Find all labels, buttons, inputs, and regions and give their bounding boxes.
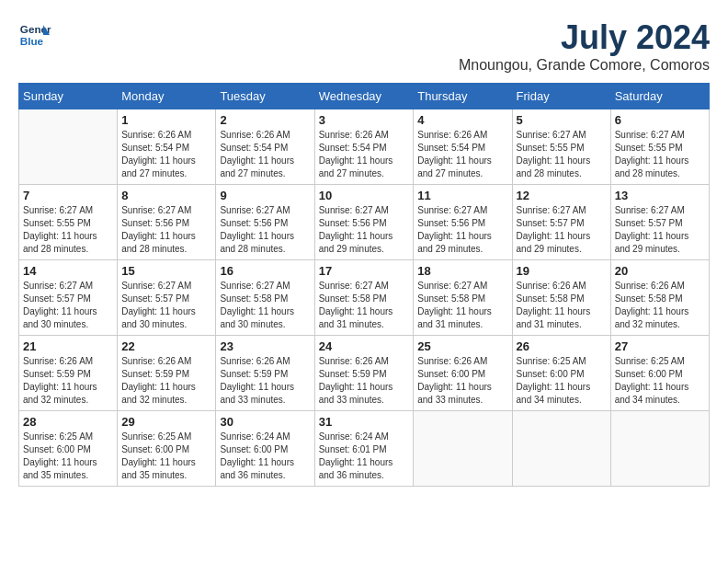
day-info: Sunrise: 6:27 AM Sunset: 5:56 PM Dayligh… xyxy=(121,204,211,256)
day-number: 25 xyxy=(417,339,507,353)
calendar-day-cell: 8Sunrise: 6:27 AM Sunset: 5:56 PM Daylig… xyxy=(118,185,216,260)
weekday-header-row: SundayMondayTuesdayWednesdayThursdayFrid… xyxy=(19,84,710,109)
calendar-day-cell: 3Sunrise: 6:26 AM Sunset: 5:54 PM Daylig… xyxy=(314,109,414,185)
day-info: Sunrise: 6:27 AM Sunset: 5:56 PM Dayligh… xyxy=(417,204,507,256)
logo: General Blue xyxy=(18,18,51,52)
calendar-day-cell: 14Sunrise: 6:27 AM Sunset: 5:57 PM Dayli… xyxy=(19,260,118,336)
calendar-day-cell: 1Sunrise: 6:26 AM Sunset: 5:54 PM Daylig… xyxy=(118,109,216,185)
day-info: Sunrise: 6:27 AM Sunset: 5:57 PM Dayligh… xyxy=(23,280,113,331)
day-info: Sunrise: 6:24 AM Sunset: 6:00 PM Dayligh… xyxy=(220,431,310,482)
day-number: 7 xyxy=(23,189,113,202)
day-info: Sunrise: 6:26 AM Sunset: 5:58 PM Dayligh… xyxy=(615,280,705,331)
calendar-week-row: 1Sunrise: 6:26 AM Sunset: 5:54 PM Daylig… xyxy=(19,109,710,185)
day-number: 3 xyxy=(319,113,410,127)
calendar-day-cell xyxy=(19,109,118,185)
calendar-day-cell: 11Sunrise: 6:27 AM Sunset: 5:56 PM Dayli… xyxy=(414,185,512,260)
weekday-header-monday: Monday xyxy=(118,84,216,109)
calendar-day-cell: 17Sunrise: 6:27 AM Sunset: 5:58 PM Dayli… xyxy=(314,260,414,336)
day-info: Sunrise: 6:27 AM Sunset: 5:55 PM Dayligh… xyxy=(615,129,705,180)
day-number: 12 xyxy=(517,189,607,202)
calendar-week-row: 21Sunrise: 6:26 AM Sunset: 5:59 PM Dayli… xyxy=(19,336,710,411)
day-number: 21 xyxy=(23,339,113,353)
calendar-day-cell: 22Sunrise: 6:26 AM Sunset: 5:59 PM Dayli… xyxy=(118,336,216,411)
day-info: Sunrise: 6:26 AM Sunset: 5:54 PM Dayligh… xyxy=(319,129,410,180)
day-number: 1 xyxy=(121,113,211,127)
calendar-day-cell: 31Sunrise: 6:24 AM Sunset: 6:01 PM Dayli… xyxy=(314,411,414,487)
weekday-header-tuesday: Tuesday xyxy=(216,84,314,109)
calendar-day-cell: 24Sunrise: 6:26 AM Sunset: 5:59 PM Dayli… xyxy=(314,336,414,411)
day-number: 19 xyxy=(517,264,607,278)
day-info: Sunrise: 6:27 AM Sunset: 5:57 PM Dayligh… xyxy=(615,204,705,256)
day-number: 26 xyxy=(517,339,607,353)
calendar-day-cell: 2Sunrise: 6:26 AM Sunset: 5:54 PM Daylig… xyxy=(216,109,314,185)
day-number: 17 xyxy=(319,264,410,278)
day-number: 2 xyxy=(220,113,310,127)
calendar-table: SundayMondayTuesdayWednesdayThursdayFrid… xyxy=(18,83,710,487)
calendar-day-cell xyxy=(610,411,709,487)
calendar-day-cell: 5Sunrise: 6:27 AM Sunset: 5:55 PM Daylig… xyxy=(512,109,610,185)
day-number: 29 xyxy=(121,415,211,429)
day-info: Sunrise: 6:27 AM Sunset: 5:55 PM Dayligh… xyxy=(23,204,113,256)
day-info: Sunrise: 6:26 AM Sunset: 6:00 PM Dayligh… xyxy=(417,355,507,407)
day-info: Sunrise: 6:26 AM Sunset: 5:59 PM Dayligh… xyxy=(319,355,410,407)
day-info: Sunrise: 6:24 AM Sunset: 6:01 PM Dayligh… xyxy=(319,431,410,482)
day-number: 28 xyxy=(23,415,113,429)
day-number: 18 xyxy=(417,264,507,278)
day-info: Sunrise: 6:27 AM Sunset: 5:57 PM Dayligh… xyxy=(517,204,607,256)
calendar-week-row: 14Sunrise: 6:27 AM Sunset: 5:57 PM Dayli… xyxy=(19,260,710,336)
calendar-week-row: 7Sunrise: 6:27 AM Sunset: 5:55 PM Daylig… xyxy=(19,185,710,260)
day-number: 16 xyxy=(220,264,310,278)
day-number: 5 xyxy=(517,113,607,127)
day-info: Sunrise: 6:27 AM Sunset: 5:55 PM Dayligh… xyxy=(517,129,607,180)
day-info: Sunrise: 6:26 AM Sunset: 5:59 PM Dayligh… xyxy=(220,355,310,407)
page-header: General Blue July 2024 Mnoungou, Grande … xyxy=(18,18,710,74)
title-area: July 2024 Mnoungou, Grande Comore, Comor… xyxy=(459,18,710,74)
weekday-header-sunday: Sunday xyxy=(19,84,118,109)
day-info: Sunrise: 6:26 AM Sunset: 5:59 PM Dayligh… xyxy=(23,355,113,407)
day-number: 11 xyxy=(417,189,507,202)
day-info: Sunrise: 6:26 AM Sunset: 5:54 PM Dayligh… xyxy=(121,129,211,180)
weekday-header-thursday: Thursday xyxy=(414,84,512,109)
calendar-day-cell: 13Sunrise: 6:27 AM Sunset: 5:57 PM Dayli… xyxy=(610,185,709,260)
month-year: July 2024 xyxy=(459,18,710,57)
calendar-day-cell: 25Sunrise: 6:26 AM Sunset: 6:00 PM Dayli… xyxy=(414,336,512,411)
calendar-day-cell: 12Sunrise: 6:27 AM Sunset: 5:57 PM Dayli… xyxy=(512,185,610,260)
day-number: 27 xyxy=(615,339,705,353)
logo-icon: General Blue xyxy=(18,18,51,52)
calendar-day-cell: 20Sunrise: 6:26 AM Sunset: 5:58 PM Dayli… xyxy=(610,260,709,336)
day-info: Sunrise: 6:26 AM Sunset: 5:54 PM Dayligh… xyxy=(417,129,507,180)
calendar-day-cell: 23Sunrise: 6:26 AM Sunset: 5:59 PM Dayli… xyxy=(216,336,314,411)
day-info: Sunrise: 6:26 AM Sunset: 5:59 PM Dayligh… xyxy=(121,355,211,407)
calendar-week-row: 28Sunrise: 6:25 AM Sunset: 6:00 PM Dayli… xyxy=(19,411,710,487)
day-number: 22 xyxy=(121,339,211,353)
calendar-day-cell: 27Sunrise: 6:25 AM Sunset: 6:00 PM Dayli… xyxy=(610,336,709,411)
day-number: 6 xyxy=(615,113,705,127)
day-number: 10 xyxy=(319,189,410,202)
day-number: 14 xyxy=(23,264,113,278)
calendar-day-cell: 16Sunrise: 6:27 AM Sunset: 5:58 PM Dayli… xyxy=(216,260,314,336)
day-info: Sunrise: 6:27 AM Sunset: 5:58 PM Dayligh… xyxy=(319,280,410,331)
day-number: 9 xyxy=(220,189,310,202)
calendar-day-cell: 10Sunrise: 6:27 AM Sunset: 5:56 PM Dayli… xyxy=(314,185,414,260)
day-info: Sunrise: 6:27 AM Sunset: 5:57 PM Dayligh… xyxy=(121,280,211,331)
calendar-day-cell xyxy=(414,411,512,487)
day-info: Sunrise: 6:26 AM Sunset: 5:54 PM Dayligh… xyxy=(220,129,310,180)
svg-text:Blue: Blue xyxy=(20,35,44,47)
calendar-day-cell: 18Sunrise: 6:27 AM Sunset: 5:58 PM Dayli… xyxy=(414,260,512,336)
day-number: 24 xyxy=(319,339,410,353)
calendar-day-cell: 21Sunrise: 6:26 AM Sunset: 5:59 PM Dayli… xyxy=(19,336,118,411)
day-info: Sunrise: 6:27 AM Sunset: 5:56 PM Dayligh… xyxy=(220,204,310,256)
day-info: Sunrise: 6:25 AM Sunset: 6:00 PM Dayligh… xyxy=(121,431,211,482)
weekday-header-friday: Friday xyxy=(512,84,610,109)
calendar-day-cell: 4Sunrise: 6:26 AM Sunset: 5:54 PM Daylig… xyxy=(414,109,512,185)
day-info: Sunrise: 6:27 AM Sunset: 5:58 PM Dayligh… xyxy=(220,280,310,331)
calendar-day-cell: 15Sunrise: 6:27 AM Sunset: 5:57 PM Dayli… xyxy=(118,260,216,336)
weekday-header-wednesday: Wednesday xyxy=(314,84,414,109)
calendar-day-cell: 28Sunrise: 6:25 AM Sunset: 6:00 PM Dayli… xyxy=(19,411,118,487)
calendar-day-cell: 9Sunrise: 6:27 AM Sunset: 5:56 PM Daylig… xyxy=(216,185,314,260)
calendar-day-cell: 19Sunrise: 6:26 AM Sunset: 5:58 PM Dayli… xyxy=(512,260,610,336)
calendar-day-cell: 6Sunrise: 6:27 AM Sunset: 5:55 PM Daylig… xyxy=(610,109,709,185)
calendar-day-cell: 29Sunrise: 6:25 AM Sunset: 6:00 PM Dayli… xyxy=(118,411,216,487)
weekday-header-saturday: Saturday xyxy=(610,84,709,109)
day-number: 4 xyxy=(417,113,507,127)
